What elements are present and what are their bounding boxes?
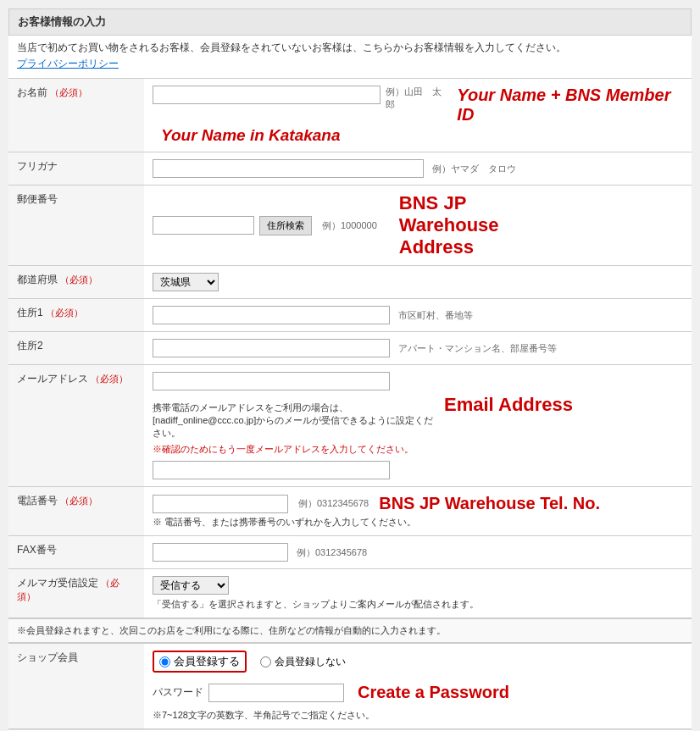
postal-input[interactable] [153, 216, 254, 235]
postal-input-cell: 住所検索 例）1000000 BNS JPWarehouseAddress [144, 186, 692, 266]
email-note2: ※確認のためにもう一度メールアドレスを入力してください。 [153, 444, 414, 454]
newsletter-label: メルマガ受信設定 [17, 577, 98, 589]
email-input[interactable] [153, 372, 390, 390]
address2-input[interactable] [153, 339, 390, 357]
furigana-label: フリガナ [17, 160, 58, 172]
page-header: お客様情報の入力 [8, 8, 692, 36]
furigana-input-cell: 例）ヤマダ タロウ [144, 152, 692, 186]
tel-row: 電話番号 （必須） 例）0312345678 BNS JP Warehouse … [8, 487, 692, 536]
address1-hint: 市区町村、番地等 [398, 309, 473, 322]
password-input[interactable] [208, 684, 344, 702]
name-row: お名前 （必須） 例）山田 太郎 Your Name + BNS Member … [8, 79, 692, 152]
prefecture-input-cell: 北海道青森県岩手県宮城県秋田県山形県福島県茨城県栃木県群馬県埼玉県千葉県東京都神… [144, 266, 692, 299]
register-radio[interactable] [159, 656, 170, 667]
name-input-cell: 例）山田 太郎 Your Name + BNS Member ID Your N… [144, 79, 692, 152]
furigana-row: フリガナ 例）ヤマダ タロウ [8, 152, 692, 186]
shop-member-label: ショップ会員 [17, 651, 78, 663]
page-title: お客様情報の入力 [18, 15, 106, 28]
form-table: お名前 （必須） 例）山田 太郎 Your Name + BNS Member … [8, 78, 692, 618]
fax-input-cell: 例）0312345678 [144, 536, 692, 569]
shop-member-label-cell: ショップ会員 [8, 644, 144, 729]
annotation-email: Email Address [444, 394, 573, 416]
address1-input[interactable] [153, 306, 390, 324]
postal-search-button[interactable]: 住所検索 [259, 216, 312, 235]
prefecture-label-cell: 都道府県 （必須） [8, 266, 144, 299]
register-option-box: 会員登録する [153, 651, 247, 673]
shop-member-table: ショップ会員 会員登録する 会員登録しない [8, 643, 692, 729]
member-note-text: ※会員登録されますと、次回このお店をご利用になる際に、住所などの情報が自動的に入… [17, 625, 446, 635]
address2-row: 住所2 アパート・マンション名、部屋番号等 [8, 332, 692, 365]
no-register-radio[interactable] [260, 656, 271, 667]
privacy-link-container: プライバシーポリシー [8, 57, 692, 78]
prefecture-required: （必須） [60, 274, 97, 285]
password-note: ※7~128文字の英数字、半角記号でご指定ください。 [153, 710, 375, 720]
password-label-inline: パスワード [153, 685, 203, 700]
email-confirm-input[interactable] [153, 461, 390, 479]
annotation-password: Create a Password [358, 683, 509, 702]
annotation-name-line2: Your Name in Katakana [161, 126, 341, 144]
address2-label-cell: 住所2 [8, 332, 144, 365]
prefecture-row: 都道府県 （必須） 北海道青森県岩手県宮城県秋田県山形県福島県茨城県栃木県群馬県… [8, 266, 692, 299]
main-container: お客様情報の入力 当店で初めてお買い物をされるお客様、会員登録をされていないお客… [8, 8, 692, 731]
privacy-link[interactable]: プライバシーポリシー [17, 58, 119, 69]
tel-label-cell: 電話番号 （必須） [8, 487, 144, 536]
address2-input-cell: アパート・マンション名、部屋番号等 [144, 332, 692, 365]
furigana-hint: 例）ヤマダ タロウ [432, 163, 516, 175]
subtext-label: 当店で初めてお買い物をされるお客様、会員登録をされていないお客様は、こちらからお… [17, 42, 566, 53]
tel-hint: 例）0312345678 [298, 497, 369, 510]
tel-input-cell: 例）0312345678 BNS JP Warehouse Tel. No. ※… [144, 487, 692, 536]
email-note1: 携帯電話のメールアドレスをご利用の場合は、[nadiff_online@ccc.… [153, 401, 441, 440]
no-register-label: 会員登録しない [275, 655, 346, 669]
tel-input[interactable] [153, 495, 288, 513]
shop-member-input-cell: 会員登録する 会員登録しない パスワード Create a Password [144, 644, 692, 729]
email-row: メールアドレス （必須） 携帯電話のメールアドレスをご利用の場合は、[nadif… [8, 365, 692, 487]
fax-label: FAX番号 [17, 544, 57, 556]
address1-input-cell: 市区町村、番地等 [144, 299, 692, 332]
tel-note: ※ 電話番号、または携帯番号のいずれかを入力してください。 [153, 517, 416, 527]
newsletter-row: メルマガ受信設定 （必須） 受信する受信しない 「受信する」を選択されますと、シ… [8, 569, 692, 618]
address1-label-cell: 住所1 （必須） [8, 299, 144, 332]
furigana-label-cell: フリガナ [8, 152, 144, 186]
tel-required: （必須） [60, 496, 97, 506]
newsletter-label-cell: メルマガ受信設定 （必須） [8, 569, 144, 618]
name-label-cell: お名前 （必須） [8, 79, 144, 152]
address1-required: （必須） [46, 307, 83, 318]
postal-label: 郵便番号 [17, 193, 58, 205]
annotation-name-line1: Your Name + BNS Member ID [457, 86, 683, 125]
name-hint: 例）山田 太郎 [386, 86, 448, 111]
address1-row: 住所1 （必須） 市区町村、番地等 [8, 299, 692, 332]
register-label: 会員登録する [174, 654, 240, 669]
shop-member-row: ショップ会員 会員登録する 会員登録しない [8, 644, 692, 729]
no-register-option: 会員登録しない [260, 655, 346, 669]
email-input-cell: 携帯電話のメールアドレスをご利用の場合は、[nadiff_online@ccc.… [144, 365, 692, 487]
email-required: （必須） [91, 374, 128, 384]
prefecture-label: 都道府県 [17, 274, 58, 285]
fax-row: FAX番号 例）0312345678 [8, 536, 692, 569]
furigana-input[interactable] [153, 159, 424, 178]
fax-label-cell: FAX番号 [8, 536, 144, 569]
name-required: （必須） [50, 87, 87, 97]
address2-label: 住所2 [17, 340, 43, 352]
newsletter-input-cell: 受信する受信しない 「受信する」を選択されますと、ショップよりご案内メールが配信… [144, 569, 692, 618]
annotation-tel: BNS JP Warehouse Tel. No. [379, 494, 600, 513]
postal-hint: 例）1000000 [322, 219, 377, 232]
prefecture-select[interactable]: 北海道青森県岩手県宮城県秋田県山形県福島県茨城県栃木県群馬県埼玉県千葉県東京都神… [153, 273, 219, 291]
fax-input[interactable] [153, 543, 288, 562]
address1-label: 住所1 [17, 307, 43, 318]
email-label: メールアドレス [17, 373, 88, 385]
name-input[interactable] [153, 86, 381, 104]
tel-label: 電話番号 [17, 495, 58, 507]
postal-label-cell: 郵便番号 [8, 186, 144, 266]
email-label-cell: メールアドレス （必須） [8, 365, 144, 487]
newsletter-select[interactable]: 受信する受信しない [153, 576, 229, 595]
newsletter-note: 「受信する」を選択されますと、ショップよりご案内メールが配信されます。 [153, 599, 479, 609]
address2-hint: アパート・マンション名、部屋番号等 [398, 342, 557, 355]
fax-hint: 例）0312345678 [297, 546, 367, 559]
annotation-bns-warehouse: BNS JPWarehouseAddress [399, 192, 499, 258]
name-label: お名前 [17, 86, 47, 98]
postal-row: 郵便番号 住所検索 例）1000000 BNS JPWarehouseAddre… [8, 186, 692, 266]
page-subtext: 当店で初めてお買い物をされるお客様、会員登録をされていないお客様は、こちらからお… [8, 36, 692, 57]
member-note: ※会員登録されますと、次回このお店をご利用になる際に、住所などの情報が自動的に入… [8, 618, 692, 643]
